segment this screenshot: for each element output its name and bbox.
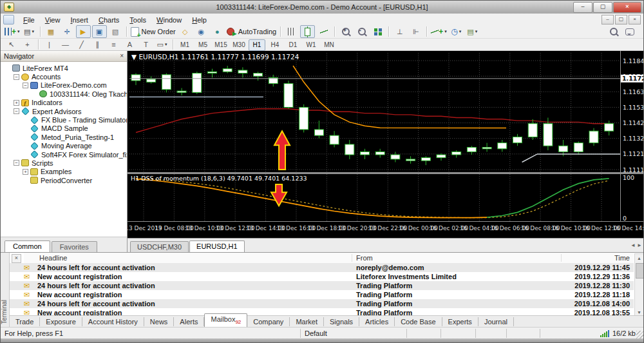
profiles-button[interactable]: ▤▾ — [22, 25, 37, 38]
web-button[interactable]: ● — [210, 25, 225, 38]
chat-icon[interactable] — [625, 28, 634, 35]
terminal-scrollbar[interactable]: ▲ ▼ — [634, 253, 644, 317]
terminal-tab-account-history[interactable]: Account History — [82, 317, 144, 326]
tree-item[interactable]: LiteForex MT4 — [3, 64, 127, 72]
cursor-button[interactable]: ↖ — [4, 38, 19, 51]
collapse-icon[interactable]: − — [23, 83, 28, 88]
new-order-button[interactable]: +New Order — [130, 25, 176, 38]
chart-tab-eurusd-h1[interactable]: EURUSD,H1 — [189, 240, 245, 252]
mailbox-row[interactable]: ✉New account registrationLiteforex Inves… — [10, 272, 634, 281]
timeframe-mn[interactable]: MN — [321, 39, 337, 51]
fibonacci-button[interactable]: ≡ — [106, 38, 121, 51]
pane-divider[interactable] — [128, 172, 644, 174]
timeframe-d1[interactable]: D1 — [285, 39, 301, 51]
tree-item[interactable]: Metod_Puria_Testing-1 — [3, 133, 127, 141]
menu-window[interactable]: Window — [151, 15, 187, 24]
line-chart-button[interactable] — [316, 25, 331, 38]
timeframe-m15[interactable]: M15 — [213, 39, 229, 51]
tree-item[interactable]: +ƒIndicators — [3, 99, 127, 107]
menu-view[interactable]: View — [40, 15, 66, 24]
navigator-tab-common[interactable]: Common — [5, 240, 50, 252]
tile-windows-button[interactable] — [370, 25, 385, 38]
navigator-close-icon[interactable]: × — [120, 53, 124, 59]
bar-chart-button[interactable] — [284, 25, 299, 38]
menu-help[interactable]: Help — [187, 15, 212, 24]
minimize-button[interactable]: – — [573, 2, 592, 13]
auto-arrange-button[interactable]: ⊥ — [392, 25, 407, 38]
terminal-tab-news[interactable]: News — [144, 317, 175, 326]
tree-item[interactable]: MACD Sample — [3, 124, 127, 133]
candlestick-button[interactable] — [300, 25, 315, 38]
tree-item[interactable]: +Examples — [3, 168, 127, 176]
collapse-icon[interactable]: − — [14, 160, 19, 166]
terminal-toggle-button[interactable]: ▣ — [92, 25, 107, 38]
scroll-up-icon[interactable]: ▲ — [635, 254, 643, 262]
menu-insert[interactable]: Insert — [65, 15, 93, 24]
navigator-tab-favorites[interactable]: Favorites — [52, 241, 97, 252]
terminal-tab-journal[interactable]: Journal — [478, 317, 514, 326]
tree-item[interactable]: −Scripts — [3, 159, 127, 167]
indicator-label[interactable]: H1 DSS of momentum (18,6,3) 49.7401 49.7… — [131, 175, 307, 182]
scrollbar-thumb[interactable] — [636, 263, 644, 279]
terminal-tab-mailbox[interactable]: Mailbox92 — [204, 313, 247, 327]
menu-tools[interactable]: Tools — [124, 15, 151, 24]
tree-item[interactable]: FX Blue - Trading Simulator v3 — [3, 115, 127, 124]
strategy-tester-button[interactable]: ▧ — [108, 25, 123, 38]
timeframe-h4[interactable]: H4 — [267, 39, 283, 51]
expand-icon[interactable]: + — [23, 169, 28, 175]
terminal-tab-market[interactable]: Market — [290, 317, 324, 326]
templates-button[interactable]: ▤▾ — [465, 25, 480, 38]
terminal-close-icon[interactable]: × — [12, 254, 21, 263]
vertical-line-button[interactable]: | — [42, 38, 57, 51]
horizontal-line-button[interactable]: — — [58, 38, 73, 51]
search-icon[interactable] — [610, 28, 618, 35]
column-time[interactable]: Time — [562, 254, 634, 262]
child-restore-button[interactable]: ▢ — [615, 15, 627, 24]
zoom-in-button[interactable]: + — [338, 25, 353, 38]
tab-scroll-icon[interactable]: ◄ ► — [630, 242, 642, 248]
chart-tab-usdchf-m30[interactable]: USDCHF,M30 — [130, 241, 189, 252]
channel-button[interactable]: ∥ — [90, 38, 105, 51]
mailbox-row[interactable]: ✉24 hours left for account activationnor… — [10, 263, 634, 272]
navigator-toggle-button[interactable]: ▶ — [76, 25, 91, 38]
terminal-tab-alerts[interactable]: Alerts — [174, 317, 204, 326]
terminal-tab-articles[interactable]: Articles — [359, 317, 395, 326]
market-watch-button[interactable]: ▦ — [44, 25, 59, 38]
timeframe-m5[interactable]: M5 — [194, 39, 211, 51]
terminal-tab-company[interactable]: Company — [247, 317, 290, 326]
chart-shift-button[interactable]: ✛ — [60, 25, 75, 38]
timeframe-w1[interactable]: W1 — [303, 39, 319, 51]
text-label-button[interactable]: T — [138, 38, 153, 51]
menu-charts[interactable]: Charts — [93, 15, 124, 24]
crosshair-button[interactable]: + — [20, 38, 35, 51]
zoom-out-button[interactable]: - — [354, 25, 369, 38]
terminal-tab-code-base[interactable]: Code Base — [395, 317, 442, 326]
trendline-button[interactable]: ╱ — [74, 38, 89, 51]
text-button[interactable]: A — [122, 38, 137, 51]
periods-button[interactable]: ◷▾ — [449, 25, 464, 38]
price-chart[interactable]: ▼ EURUSD,H1 1.11761 1.11777 1.11699 1.11… — [128, 51, 644, 238]
timeframe-h1[interactable]: H1 — [249, 39, 265, 51]
autotrading-button[interactable]: ▶AutoTrading — [226, 25, 278, 38]
chart-ohlc-readout[interactable]: ▼ EURUSD,H1 1.11761 1.11777 1.11699 1.11… — [131, 53, 299, 61]
tree-item[interactable]: −LiteForex-Demo.com — [3, 81, 127, 90]
script-button[interactable]: ◇ — [178, 25, 193, 38]
resize-grip[interactable] — [636, 331, 644, 338]
terminal-tab-signals[interactable]: Signals — [324, 317, 359, 326]
timeframe-m30[interactable]: M30 — [231, 39, 247, 51]
terminal-tab-trade[interactable]: Trade — [10, 317, 40, 326]
terminal-tab-experts[interactable]: Experts — [442, 317, 478, 326]
close-button[interactable]: × — [613, 2, 641, 13]
mailbox-row[interactable]: ✉24 hours left for account activationTra… — [10, 299, 634, 308]
child-close-button[interactable]: × — [629, 15, 641, 24]
terminal-tab-exposure[interactable]: Exposure — [40, 317, 82, 326]
arrows-button[interactable]: ▭▾ — [155, 38, 169, 51]
child-minimize-button[interactable]: – — [601, 15, 614, 24]
timeframe-m1[interactable]: M1 — [176, 39, 193, 51]
tree-item[interactable]: −Expert Advisors — [3, 107, 127, 115]
column-from[interactable]: From — [352, 254, 562, 262]
expert-button[interactable]: ◉ — [194, 25, 209, 38]
indicators-button[interactable]: +▾ — [430, 25, 448, 38]
tree-item[interactable]: −Accounts — [3, 72, 127, 81]
column-headline[interactable]: Headline — [24, 254, 352, 262]
